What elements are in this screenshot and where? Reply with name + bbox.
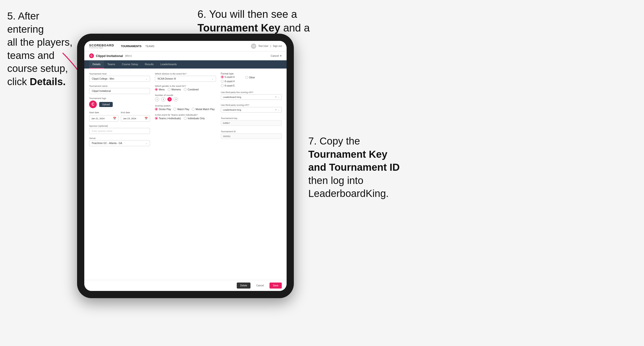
calendar-icon: 📅 xyxy=(144,117,148,120)
tab-results[interactable]: Results xyxy=(141,60,157,69)
form-footer: Delete Cancel Save xyxy=(84,280,286,291)
format-5count4-option[interactable]: 5 count 4 xyxy=(221,75,234,78)
round-3-option[interactable]: 3 xyxy=(168,97,172,101)
tablet-device: SCOREBOARD Powered by clippd TOURNAMENTS… xyxy=(77,34,294,298)
sign-out-link[interactable]: Sign out xyxy=(273,45,282,47)
tournament-host-select[interactable]: Clippd College - Men xyxy=(89,76,150,82)
team-individuals-option[interactable]: Individuals Only xyxy=(184,117,205,120)
delete-button[interactable]: Delete xyxy=(237,283,250,289)
scoring-radio-group: Stroke Play Match Play Medal Match Play xyxy=(155,108,216,111)
tournament-name-input[interactable]: Clippd Invitational xyxy=(89,88,150,94)
tournament-gender: (Men) xyxy=(125,54,132,57)
nav-teams[interactable]: TEAMS xyxy=(145,45,154,48)
api1-select[interactable]: Leaderboard King ✕ ⌄ xyxy=(221,94,282,100)
left-column: Tournament Host Clippd College - Men Tou… xyxy=(89,72,150,146)
scoring-medal-match-option[interactable]: Medal Match Play xyxy=(192,108,214,111)
format-6count4-option[interactable]: 6 count 4 xyxy=(221,80,234,83)
rounds-radio-group: 1 2 3 4 xyxy=(155,97,216,101)
tournament-name-field: Tournament name Clippd Invitational xyxy=(89,85,150,94)
upload-button[interactable]: Upload xyxy=(99,102,113,107)
middle-column: Which division is the event for? NCAA Di… xyxy=(155,72,216,146)
logo-section: C Upload xyxy=(89,101,150,108)
end-date-field: End date Jan 23, 2024 📅 xyxy=(121,111,150,122)
calendar-icon: 📅 xyxy=(113,117,116,120)
main-content: Tournament Host Clippd College - Men Tou… xyxy=(84,69,286,280)
team-radio-group: Teams (+Individuals) Individuals Only xyxy=(155,117,216,120)
gender-field: Which gender is the event for? Mens Wome… xyxy=(155,85,216,91)
tab-bar: Details Teams Course Setup Results Leade… xyxy=(84,60,286,69)
tournament-name-row: C Clippd Invitational (Men) xyxy=(89,53,132,58)
gender-combined-option[interactable]: Combined xyxy=(184,88,199,91)
date-row: Start date Jan 21, 2024 📅 End date Jan 2… xyxy=(89,111,150,122)
gender-radio-group: Mens Womens Combined xyxy=(155,88,216,91)
gender-mens-radio[interactable] xyxy=(155,88,158,91)
nav-tournaments[interactable]: TOURNAMENTS xyxy=(121,45,141,48)
annotation-bottom-right: 7. Copy the Tournament Key and Tournamen… xyxy=(308,135,419,200)
tablet-screen: SCOREBOARD Powered by clippd TOURNAMENTS… xyxy=(84,41,286,291)
tournament-id-value: 302051 xyxy=(221,134,282,139)
round-1-option[interactable]: 1 xyxy=(155,97,159,101)
api2-controls: ✕ ⌄ xyxy=(275,108,280,111)
cancel-tournament-button[interactable]: Cancel ✕ xyxy=(271,54,282,57)
format-options-group: 5 count 4 6 count 4 6 count 5 xyxy=(221,75,234,87)
sponsor-field: Sponsor (optional) Enter sponsor name xyxy=(89,125,150,134)
tournament-id-field: Tournament ID 302051 xyxy=(221,130,282,139)
format-other-option[interactable]: Other xyxy=(245,76,255,79)
header-right: TU Test User | Sign out xyxy=(251,43,282,49)
app-header: SCOREBOARD Powered by clippd TOURNAMENTS… xyxy=(84,41,286,51)
tournament-key-field: Tournament Key b4f8b7 xyxy=(221,117,282,126)
division-field: Which division is the event for? NCAA Di… xyxy=(155,72,216,82)
sponsor-input[interactable]: Enter sponsor name xyxy=(89,128,150,134)
tab-course-setup[interactable]: Course Setup xyxy=(118,60,141,69)
tab-teams[interactable]: Teams xyxy=(104,60,118,69)
api1-controls: ✕ ⌄ xyxy=(275,96,280,98)
venue-select[interactable]: Peachtree GC - Atlanta - GA xyxy=(89,140,150,146)
format-6count5-option[interactable]: 6 count 5 xyxy=(221,84,234,87)
rounds-field: Number of rounds 1 2 3 4 xyxy=(155,94,216,101)
logo-preview-icon: C xyxy=(89,101,97,108)
round-2-option[interactable]: 2 xyxy=(161,97,166,101)
clippd-logo-icon: C xyxy=(89,53,94,58)
team-field: Is this event for Teams and/or Individua… xyxy=(155,114,216,120)
api1-field: Use third-party live scoring API? Leader… xyxy=(221,91,282,100)
team-teams-option[interactable]: Teams (+Individuals) xyxy=(155,117,181,120)
scoring-match-option[interactable]: Match Play xyxy=(174,108,189,111)
gender-combined-radio[interactable] xyxy=(184,88,187,91)
round-4-option[interactable]: 4 xyxy=(174,97,178,101)
api2-select[interactable]: Leaderboard King ✕ ⌄ xyxy=(221,107,282,113)
start-date-field: Start date Jan 21, 2024 📅 xyxy=(89,111,118,122)
scoring-field: Scoring system Stroke Play Match Play xyxy=(155,104,216,111)
user-name: Test User xyxy=(258,45,268,47)
tournament-header: C Clippd Invitational (Men) Cancel ✕ xyxy=(84,51,286,60)
gender-womens-radio[interactable] xyxy=(168,88,170,91)
brand: SCOREBOARD Powered by clippd xyxy=(89,44,114,49)
save-button[interactable]: Save xyxy=(270,283,282,289)
format-type-field: Format type 5 count 4 6 count 4 xyxy=(221,72,282,87)
nav-links: TOURNAMENTS TEAMS xyxy=(121,45,154,48)
tournament-key-value: b4f8b7 xyxy=(221,120,282,126)
gender-womens-option[interactable]: Womens xyxy=(168,88,181,91)
scoring-stroke-option[interactable]: Stroke Play xyxy=(155,108,171,111)
end-date-input[interactable]: Jan 23, 2024 📅 xyxy=(121,115,150,122)
tab-details[interactable]: Details xyxy=(89,60,104,69)
tab-leaderboards[interactable]: Leaderboards xyxy=(157,60,180,69)
right-column: Format type 5 count 4 6 count 4 xyxy=(221,72,282,146)
cancel-button[interactable]: Cancel xyxy=(253,283,267,289)
gender-mens-option[interactable]: Mens xyxy=(155,88,164,91)
annotation-left: 5. After entering all the players, teams… xyxy=(7,10,77,88)
division-select[interactable]: NCAA Division III xyxy=(155,76,216,82)
tournament-host-field: Tournament Host Clippd College - Men xyxy=(89,72,150,82)
tournament-name: Clippd Invitational xyxy=(96,54,123,58)
user-avatar: TU xyxy=(251,43,256,49)
tournament-logo-field: Tournament logo C Upload xyxy=(89,97,150,108)
venue-field: Venue Peachtree GC - Atlanta - GA xyxy=(89,137,150,146)
api2-field: Use third-party scoring API? Leaderboard… xyxy=(221,104,282,113)
start-date-input[interactable]: Jan 21, 2024 📅 xyxy=(89,115,118,122)
